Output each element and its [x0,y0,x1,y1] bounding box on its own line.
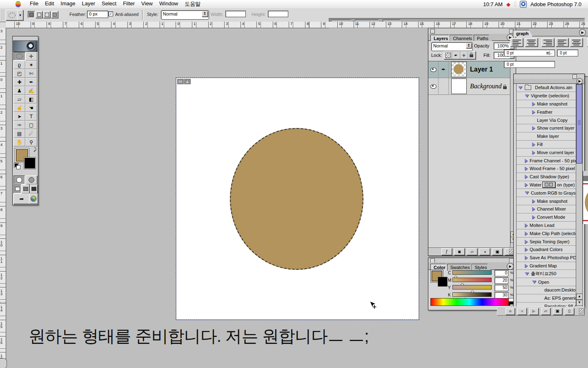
expander-open[interactable] [525,191,529,194]
action-item[interactable]: Quadrant Colors [517,246,576,254]
history-brush-tool[interactable]: ✍ [25,86,37,95]
layer-thumbnail[interactable] [451,62,467,77]
menu-item-Image[interactable]: Image [57,0,78,9]
slider-value-k[interactable]: 30 [494,292,508,298]
brush-tool[interactable]: ✒ [25,78,37,86]
new-selection-button[interactable] [28,11,35,18]
menu-item-Edit[interactable]: Edit [42,0,57,9]
action-item[interactable]: Feather [517,108,576,116]
action-item[interactable]: 출력티프250 [517,270,576,278]
lasso-tool[interactable]: ϱ [13,61,25,69]
apple-menu-icon[interactable] [16,1,21,7]
layer-name[interactable]: Background [470,83,502,90]
slider-value-c[interactable]: 0 [494,270,508,276]
slice-tool[interactable]: ✄ [25,69,37,78]
eraser-tool[interactable]: ▱ [13,95,25,103]
action-item[interactable]: Channel Mixer [517,205,576,213]
slider-value-y[interactable]: 50 [494,285,508,291]
action-item[interactable]: Wateron (type) [517,181,576,189]
current-tool-button[interactable] [6,10,18,20]
justify-last-center-button[interactable] [570,38,583,47]
layer-thumbnail[interactable] [451,79,467,94]
action-item[interactable]: Wood Frame - 50 pixel [517,165,576,173]
standard-mode-button[interactable] [13,175,25,184]
intersect-selection-button[interactable] [51,11,58,18]
expander-open[interactable] [518,86,522,89]
tab-color[interactable]: Color [430,264,450,271]
mini-window-overlay[interactable] [542,182,555,188]
slider-track-k[interactable] [452,292,492,297]
tab-paragraph[interactable]: graph [513,30,533,37]
add-selection-button[interactable] [36,11,42,18]
style-dropdown[interactable]: Normal ▲▼ [161,10,209,20]
layer-name[interactable]: Layer 1 [470,66,493,73]
healing-brush-tool[interactable]: ✚ [13,78,25,86]
document-canvas[interactable]: 01 ◭ [176,78,419,320]
expander-closed[interactable] [532,142,535,146]
subtract-selection-button[interactable] [43,11,50,18]
action-item[interactable]: daucom:Desktop Fold... [517,286,576,294]
photoshop-banner[interactable] [13,40,38,52]
action-item[interactable]: Sepia Toning (layer) [517,238,576,246]
move-tool[interactable]: ✛ [25,52,37,61]
indent-right-input[interactable]: 0 pt [557,49,578,56]
background-color-swatch[interactable] [24,157,36,169]
menu-item-도움말[interactable]: 도움말 [181,0,204,9]
action-item[interactable]: Vignette (selection) [517,92,576,100]
visibility-eye-icon[interactable] [428,61,439,78]
action-item[interactable]: Cast Shadow (type) [517,173,576,181]
anti-aliased-checkbox[interactable]: ✓ [108,11,113,16]
align-left-button[interactable] [510,38,523,47]
app-name[interactable]: Adobe Photoshop 7.0 [530,1,581,7]
expander-closed[interactable] [532,199,535,203]
clone-stamp-tool[interactable]: ♟ [13,86,25,95]
menu-item-Select[interactable]: Select [98,0,120,9]
layer-mask-button[interactable]: ◙ [454,248,465,255]
blend-stepper-icon[interactable]: ▲▼ [466,43,472,48]
action-item[interactable]: Open [517,278,576,286]
swap-colors-icon[interactable]: ⤸ [33,147,36,152]
lock-image-button[interactable]: ✒ [452,52,460,59]
actions-menu-icon[interactable]: ▶ [577,78,583,84]
action-item[interactable]: Move current layer [517,148,576,157]
height-input[interactable] [268,11,288,17]
lock-all-button[interactable] [468,52,475,59]
layer-row-background[interactable]: Background [428,78,510,95]
blend-mode-dropdown[interactable]: Normal ▲▼ [431,42,473,51]
feather-input[interactable]: 0 px [87,11,108,18]
expander-closed[interactable] [525,256,528,260]
action-item[interactable]: Save As Photoshop PDF [517,254,576,262]
new-action-button[interactable]: ▣ [553,308,562,315]
menu-item-Window[interactable]: Window [156,0,181,9]
magic-wand-tool[interactable]: ✶ [25,61,37,69]
slider-value-m[interactable]: 20 [494,277,508,284]
visibility-eye-icon[interactable] [428,78,439,94]
delete-button[interactable]: ▯ [565,308,574,315]
elliptical-marquee-tool[interactable] [13,52,25,61]
expander-closed[interactable] [532,126,535,130]
action-item[interactable]: As: EPS generic [517,294,576,303]
action-item[interactable]: Make Clip Path (selectio... [517,229,576,238]
lock-position-button[interactable]: ✛ [460,52,468,59]
action-item[interactable]: Molten Lead [517,222,576,230]
layer-row-layer-1[interactable]: ✒Layer 1 [428,61,510,78]
opacity-value[interactable]: 100% [494,43,510,49]
type-tool[interactable]: T [25,112,37,121]
expander-open[interactable] [532,280,536,283]
adjustment-layer-button[interactable]: ◑ [479,248,490,255]
color-spectrum-bar[interactable] [430,298,509,306]
expander-closed[interactable] [525,223,528,227]
new-set-button[interactable]: ▱ [541,308,550,315]
expander-closed[interactable] [532,207,535,211]
indent-first-line-input[interactable]: 0 pt [504,61,555,68]
expander-closed[interactable] [532,215,535,219]
layer-set-button[interactable]: ▱ [467,248,477,255]
menu-item-Filter[interactable]: Filter [120,0,138,9]
layer-style-button[interactable]: ƒ [441,248,452,255]
action-item[interactable]: Make snapshot [517,100,576,108]
action-item[interactable]: Convert Mode [517,213,576,222]
path-selection-tool[interactable]: ➤ [13,112,25,121]
expander-closed[interactable] [525,264,528,268]
fullscreen-menubar-button[interactable] [22,184,29,193]
action-item[interactable]: Fill [517,141,576,149]
